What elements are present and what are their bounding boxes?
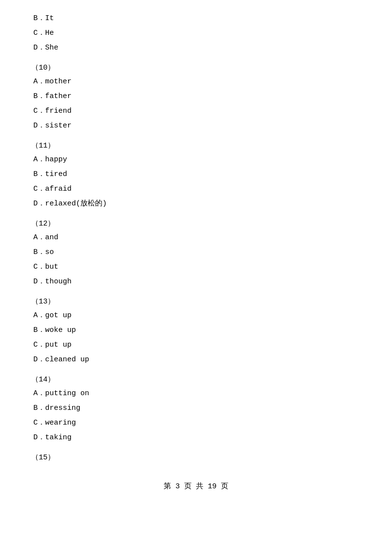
footer-text: 第 3 页 共 19 页 [164, 482, 228, 491]
option-c-put-up: C．put up [29, 339, 363, 351]
option-d-though: D．though [29, 276, 363, 288]
page-content: B．It C．He D．She （10） A．mother B．father C… [29, 13, 363, 491]
question-13-number: （13） [29, 297, 363, 306]
option-a-mother: A．mother [29, 76, 363, 88]
option-b-so: B．so [29, 247, 363, 258]
option-d-she: D．She [29, 42, 363, 54]
option-a-putting-on: A．putting on [29, 388, 363, 400]
option-c-friend: C．friend [29, 105, 363, 117]
option-a-got-up: A．got up [29, 310, 363, 322]
option-a-happy: A．happy [29, 154, 363, 166]
option-c-but: C．but [29, 261, 363, 273]
option-b-dressing: B．dressing [29, 403, 363, 414]
question-14-number: （14） [29, 375, 363, 384]
option-d-taking: D．taking [29, 432, 363, 444]
option-b-it: B．It [29, 13, 363, 25]
option-d-sister: D．sister [29, 120, 363, 132]
page-footer: 第 3 页 共 19 页 [29, 481, 363, 491]
option-b-woke-up: B．woke up [29, 325, 363, 336]
option-c-he: C．He [29, 27, 363, 39]
question-15-number: （15） [29, 453, 363, 462]
question-11-number: （11） [29, 141, 363, 150]
option-d-cleaned-up: D．cleaned up [29, 354, 363, 366]
question-10-number: （10） [29, 63, 363, 72]
option-a-and: A．and [29, 232, 363, 244]
question-12-number: （12） [29, 219, 363, 228]
option-c-wearing: C．wearing [29, 417, 363, 429]
option-c-afraid: C．afraid [29, 183, 363, 195]
option-b-tired: B．tired [29, 169, 363, 180]
option-d-relaxed: D．relaxed(放松的) [29, 198, 363, 210]
option-b-father: B．father [29, 91, 363, 102]
